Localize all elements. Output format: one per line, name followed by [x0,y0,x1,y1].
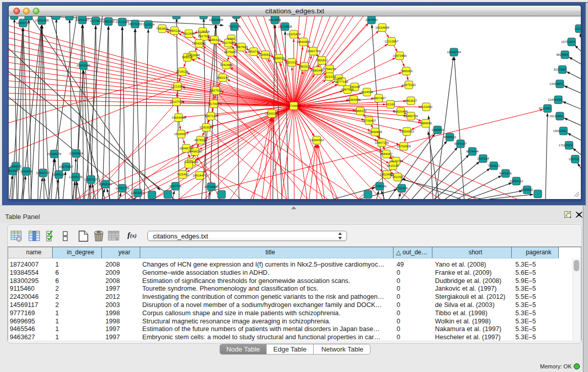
svg-text:9657791: 9657791 [169,185,182,188]
svg-text:9474444: 9474444 [466,150,479,154]
svg-text:8678334: 8678334 [194,139,207,142]
svg-text:16914479: 16914479 [192,174,207,178]
svg-text:7485063: 7485063 [400,70,413,73]
svg-text:16495759: 16495759 [404,115,418,118]
svg-text:1640954: 1640954 [431,128,444,132]
svg-text:14498222: 14498222 [188,150,202,154]
svg-text:7955812: 7955812 [316,59,329,62]
svg-text:16210643: 16210643 [549,115,563,118]
svg-text:10973493: 10973493 [393,54,407,58]
svg-text:16782759: 16782759 [115,187,129,190]
svg-text:13226058: 13226058 [195,30,210,34]
svg-text:62160: 62160 [386,103,395,106]
svg-text:16648784: 16648784 [447,51,461,54]
svg-text:8215955: 8215955 [539,107,552,111]
svg-text:6879197: 6879197 [454,142,467,146]
svg-text:6966160: 6966160 [102,20,115,24]
svg-text:1362615: 1362615 [298,65,311,69]
svg-text:6794078: 6794078 [323,68,336,71]
svg-text:16961758: 16961758 [306,50,320,53]
svg-text:8938923: 8938923 [444,136,456,139]
svg-text:2087682: 2087682 [365,18,378,22]
svg-text:9146821: 9146821 [259,53,272,57]
svg-text:9777169: 9777169 [336,80,349,84]
svg-text:20206576: 20206576 [47,152,61,156]
svg-text:15720407: 15720407 [362,119,376,123]
svg-text:3624554: 3624554 [361,91,374,94]
svg-text:1156829: 1156829 [20,170,32,173]
svg-text:8990448: 8990448 [311,69,324,73]
svg-text:16033809: 16033809 [209,18,223,22]
svg-text:5466: 5466 [228,37,235,41]
svg-text:9245652: 9245652 [521,188,534,192]
svg-text:11645194: 11645194 [52,173,66,177]
svg-text:12213369: 12213369 [170,85,185,89]
svg-text:7986372: 7986372 [354,110,367,113]
svg-text:12942737: 12942737 [36,171,50,175]
svg-text:7625402: 7625402 [177,173,189,177]
svg-text:19654923: 19654923 [400,130,414,134]
svg-text:18724007: 18724007 [287,104,301,108]
svg-text:7515524: 7515524 [142,23,155,27]
svg-text:1733426: 1733426 [396,187,408,190]
svg-text:18807249: 18807249 [375,141,389,145]
svg-text:10120746: 10120746 [389,160,403,163]
svg-text:2803144: 2803144 [216,76,229,80]
svg-text:10756928: 10756928 [397,145,411,148]
svg-text:17359924: 17359924 [69,152,83,156]
svg-text:19384554: 19384554 [310,139,324,142]
svg-text:2718126: 2718126 [176,70,189,74]
svg-text:1615192: 1615192 [387,164,400,168]
svg-text:7357224: 7357224 [228,25,241,29]
svg-text:9463627: 9463627 [405,99,418,103]
svg-text:10688609: 10688609 [368,130,382,134]
svg-text:20691406: 20691406 [35,19,49,23]
svg-text:7632621: 7632621 [488,164,500,168]
svg-text:7663822: 7663822 [156,27,169,31]
svg-text:3675685: 3675685 [224,51,237,54]
svg-text:20364436: 20364436 [346,98,361,102]
svg-text:10807487: 10807487 [372,97,386,100]
svg-text:19654985: 19654985 [171,116,186,120]
svg-text:10653267: 10653267 [75,18,90,22]
svg-text:17957225: 17957225 [84,178,98,182]
svg-text:116753: 116753 [569,158,579,161]
svg-text:8454749: 8454749 [248,50,260,54]
svg-text:12444194: 12444194 [548,98,562,102]
svg-text:14055712: 14055712 [16,21,30,25]
svg-text:12923468: 12923468 [130,191,145,195]
svg-text:2867608: 2867608 [235,46,248,49]
svg-text:9327505: 9327505 [222,41,235,45]
svg-text:16107554: 16107554 [169,100,184,104]
svg-text:12505135: 12505135 [69,176,83,179]
svg-text:746266: 746266 [350,85,360,89]
svg-text:8267130: 8267130 [205,115,217,118]
svg-text:1527602: 1527602 [90,19,102,23]
svg-text:17016504: 17016504 [558,144,573,147]
svg-text:12975115: 12975115 [402,83,416,87]
svg-text:5322037: 5322037 [286,61,298,64]
svg-text:19716485: 19716485 [204,185,219,189]
svg-text:1588520: 1588520 [273,57,286,60]
svg-text:20053346: 20053346 [76,64,91,68]
svg-text:16671355: 16671355 [128,23,142,26]
svg-text:19218506: 19218506 [278,25,292,29]
svg-text:10654112: 10654112 [509,180,524,183]
svg-text:11123: 11123 [575,27,581,31]
svg-text:15692991: 15692991 [553,129,567,133]
svg-text:18300295: 18300295 [265,112,279,116]
svg-text:15196141: 15196141 [373,185,387,188]
svg-text:989014: 989014 [182,56,193,59]
svg-text:16154808: 16154808 [375,26,389,30]
svg-text:10958107: 10958107 [98,183,113,186]
svg-text:2935114: 2935114 [477,157,489,161]
svg-text:11325419: 11325419 [287,33,301,36]
svg-text:18640910: 18640910 [296,40,311,44]
svg-text:9227342: 9227342 [554,68,567,72]
svg-text:11353594: 11353594 [199,126,213,129]
svg-text:12093872: 12093872 [549,82,563,86]
svg-text:8660124: 8660124 [168,29,181,33]
svg-text:15751074: 15751074 [561,40,575,44]
svg-text:8813054: 8813054 [269,18,281,22]
svg-text:8471676: 8471676 [499,172,512,176]
